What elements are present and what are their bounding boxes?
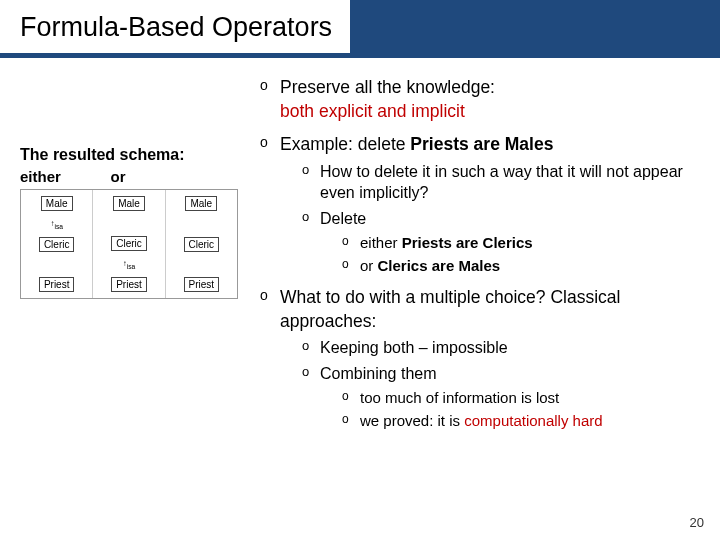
isa-label: ↑isa <box>50 219 63 230</box>
schema-labels: either or <box>20 168 260 185</box>
gap <box>200 260 203 269</box>
red-text: both explicit and implicit <box>280 101 465 121</box>
diagram-col-3: Male Cleric Priest <box>165 190 237 298</box>
node-cleric: Cleric <box>184 237 220 252</box>
node-priest: Priest <box>111 277 147 292</box>
label-or: or <box>78 168 158 185</box>
bullet-delete: Delete either Priests are Clerics or Cle… <box>302 208 700 276</box>
schema-heading: The resulted schema: <box>20 146 260 164</box>
node-priest: Priest <box>39 277 75 292</box>
bullet-combining: Combining them too much of information i… <box>302 363 700 431</box>
bullet-howdelete: How to delete it in such a way that it w… <box>302 161 700 204</box>
bullet-preserve: Preserve all the knowledge: both explici… <box>260 76 700 123</box>
bullet-del-or: or Clerics are Males <box>342 256 700 276</box>
label-either: either <box>20 168 78 185</box>
bullet-example: Example: delete Priests are Males How to… <box>260 133 700 276</box>
left-column: The resulted schema: either or Male ↑isa… <box>20 76 260 441</box>
red-text: computationally hard <box>464 412 602 429</box>
node-cleric: Cleric <box>111 236 147 251</box>
bullet-whattodo: What to do with a multiple choice? Class… <box>260 286 700 431</box>
slide-title: Formula-Based Operators <box>0 0 350 53</box>
schema-diagram: Male ↑isa Cleric Priest Male Cleric ↑isa… <box>20 189 238 299</box>
bullet-proved: we proved: it is computationally hard <box>342 411 700 431</box>
bullet-keepboth: Keeping both – impossible <box>302 337 700 359</box>
isa-label: ↑isa <box>123 259 136 270</box>
node-male: Male <box>41 196 73 211</box>
gap <box>128 219 131 228</box>
node-male: Male <box>113 196 145 211</box>
diagram-col-1: Male ↑isa Cleric Priest <box>21 190 92 298</box>
page-number: 20 <box>690 515 704 530</box>
right-column: Preserve all the knowledge: both explici… <box>260 76 700 441</box>
node-cleric: Cleric <box>39 237 75 252</box>
bullet-toomuch: too much of information is lost <box>342 388 700 408</box>
gap <box>200 219 203 228</box>
content-area: The resulted schema: either or Male ↑isa… <box>0 70 720 441</box>
bullet-del-either: either Priests are Clerics <box>342 233 700 253</box>
node-male: Male <box>185 196 217 211</box>
node-priest: Priest <box>184 277 220 292</box>
slide: Formula-Based Operators The resulted sch… <box>0 0 720 540</box>
diagram-col-2: Male Cleric ↑isa Priest <box>92 190 164 298</box>
gap <box>55 260 58 269</box>
